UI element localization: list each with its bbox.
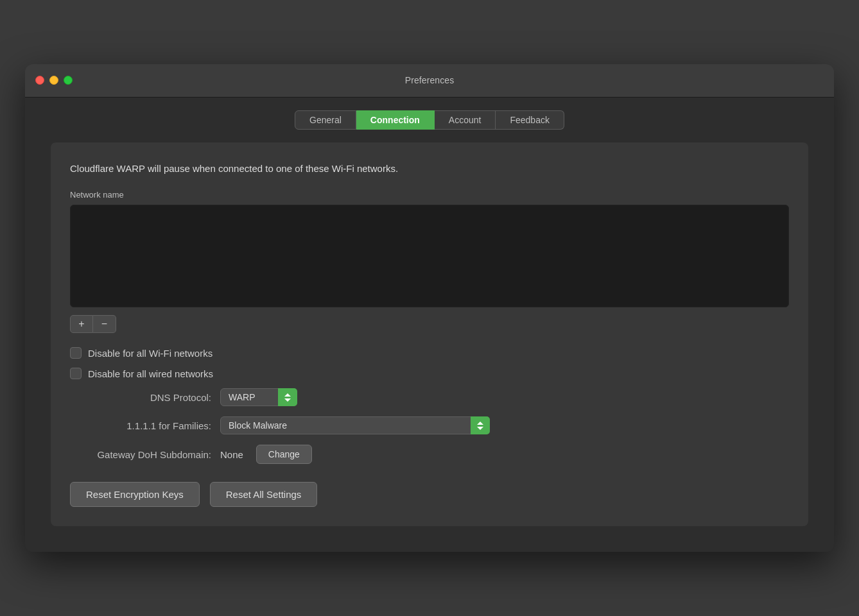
disable-wifi-label: Disable for all Wi-Fi networks: [88, 348, 213, 359]
titlebar: Preferences: [25, 64, 834, 98]
preferences-window: Preferences General Connection Account F…: [25, 64, 834, 552]
list-buttons: + −: [70, 315, 789, 333]
dns-protocol-label: DNS Protocol:: [70, 392, 211, 403]
tab-feedback[interactable]: Feedback: [496, 110, 564, 130]
tab-general[interactable]: General: [295, 110, 356, 130]
change-gateway-button[interactable]: Change: [256, 445, 312, 464]
disable-wired-row: Disable for all wired networks: [70, 368, 789, 379]
disable-wired-label: Disable for all wired networks: [88, 368, 213, 379]
gateway-label: Gateway DoH Subdomain:: [70, 449, 211, 460]
dns-protocol-select-wrapper: WARP DOH DOT SYSTEM: [220, 388, 297, 406]
window-title: Preferences: [405, 75, 455, 85]
content-area: General Connection Account Feedback Clou…: [25, 98, 834, 552]
remove-network-button[interactable]: −: [93, 315, 116, 333]
bottom-buttons: Reset Encryption Keys Reset All Settings: [70, 482, 789, 507]
close-button[interactable]: [35, 76, 44, 85]
dns-protocol-select[interactable]: WARP DOH DOT SYSTEM: [220, 388, 297, 406]
network-list[interactable]: [70, 205, 789, 307]
connection-panel: Cloudflare WARP will pause when connecte…: [51, 142, 808, 527]
add-network-button[interactable]: +: [70, 315, 93, 333]
maximize-button[interactable]: [64, 76, 73, 85]
gateway-value: None: [220, 449, 243, 460]
families-row: 1.1.1.1 for Families: Off Block Malware …: [70, 416, 789, 434]
dns-protocol-row: DNS Protocol: WARP DOH DOT SYSTEM: [70, 388, 789, 406]
families-select-wrapper: Off Block Malware Block Malware and Adul…: [220, 416, 490, 434]
tab-bar: General Connection Account Feedback: [51, 110, 808, 130]
families-select[interactable]: Off Block Malware Block Malware and Adul…: [220, 416, 490, 434]
disable-wifi-checkbox[interactable]: [70, 347, 82, 359]
tab-account[interactable]: Account: [435, 110, 496, 130]
disable-wifi-row: Disable for all Wi-Fi networks: [70, 347, 789, 359]
traffic-lights: [35, 76, 73, 85]
network-name-label: Network name: [70, 190, 789, 200]
tab-connection[interactable]: Connection: [356, 110, 435, 130]
panel-description: Cloudflare WARP will pause when connecte…: [70, 162, 789, 176]
minimize-button[interactable]: [49, 76, 58, 85]
gateway-row: Gateway DoH Subdomain: None Change: [70, 445, 789, 464]
reset-all-settings-button[interactable]: Reset All Settings: [210, 482, 318, 507]
families-label: 1.1.1.1 for Families:: [70, 420, 211, 431]
disable-wired-checkbox[interactable]: [70, 368, 82, 379]
reset-encryption-keys-button[interactable]: Reset Encryption Keys: [70, 482, 200, 507]
